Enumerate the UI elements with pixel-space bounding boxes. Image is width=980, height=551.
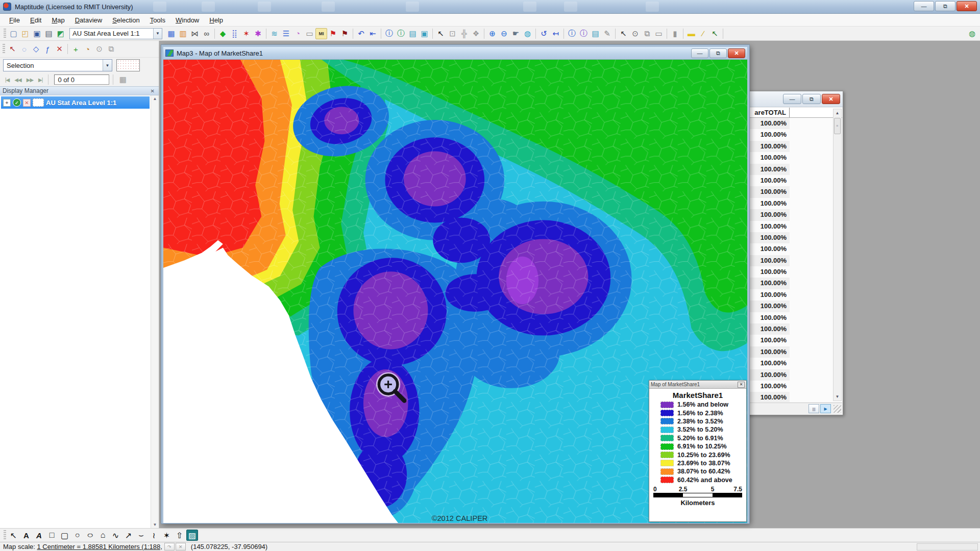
matrix-join-icon[interactable]: ⋈ xyxy=(189,28,201,39)
info-icon[interactable]: ⓘ xyxy=(383,28,395,39)
mapinfo-import-icon[interactable]: MI xyxy=(315,28,327,39)
zoom-to-selection-icon[interactable]: ⊙ xyxy=(93,43,105,55)
menu-selection[interactable]: Selection xyxy=(107,15,144,26)
clear-selection-icon[interactable]: ✕ xyxy=(54,43,65,55)
dataview-link-icon[interactable]: ▦ xyxy=(117,74,129,85)
prism-theme-icon[interactable]: ✶ xyxy=(240,28,252,39)
new-dataview-icon[interactable]: ▦ xyxy=(165,28,177,39)
close-icon[interactable]: ✕ xyxy=(149,88,156,94)
zoom-layer-icon[interactable]: ◍ xyxy=(522,28,533,39)
circle-tool-icon[interactable]: ○ xyxy=(71,530,83,541)
zoom-in-icon[interactable]: ⊕ xyxy=(486,28,498,39)
restore-button[interactable]: ⧉ xyxy=(802,94,821,104)
add-to-selection-icon[interactable]: + xyxy=(70,43,82,55)
polyline-tool-icon[interactable]: ∿ xyxy=(110,530,121,541)
callout-icon[interactable]: ▭ xyxy=(304,28,315,39)
north-arrow-tool-icon[interactable]: ⇧ xyxy=(174,530,185,541)
color-theme-icon[interactable]: ◆ xyxy=(217,28,229,39)
previous-records-button[interactable]: ◀◀ xyxy=(12,76,23,84)
dialog-box-icon[interactable]: ▣ xyxy=(419,28,430,39)
close-icon[interactable]: ✕ xyxy=(738,382,745,388)
dataview-titlebar[interactable]: —⧉✕ xyxy=(733,91,843,107)
open-folder-icon[interactable]: ◰ xyxy=(19,28,31,39)
layer-info-icon[interactable]: ▤ xyxy=(407,28,419,39)
legend-settings-icon[interactable]: ☰ xyxy=(280,28,292,39)
layer-selector[interactable]: AU Stat Area Level 1:1 ▼ xyxy=(69,28,162,39)
scroll-down-icon[interactable]: ▼ xyxy=(153,522,157,527)
restore-button[interactable]: ⧉ xyxy=(709,48,727,58)
previous-scale-icon[interactable]: ↤ xyxy=(550,28,561,39)
save-icon[interactable]: ▣ xyxy=(31,28,43,39)
last-record-button[interactable]: ▶| xyxy=(36,76,44,84)
legend-titlebar[interactable]: Map of MarketShare1 ✕ xyxy=(649,381,746,389)
visibility-check-icon[interactable]: ✓ xyxy=(13,98,21,107)
drag-label-icon[interactable]: ❖ xyxy=(470,28,482,39)
ruler-icon[interactable]: ▬ xyxy=(685,28,697,39)
scroll-down-icon[interactable]: ▼ xyxy=(834,393,841,400)
rounded-rectangle-tool-icon[interactable]: ▢ xyxy=(59,530,70,541)
multi-info-icon[interactable]: ⓘ xyxy=(578,28,590,39)
note-icon[interactable]: ✎ xyxy=(601,28,613,39)
menu-edit[interactable]: Edit xyxy=(25,15,46,26)
freehand-star-tool-icon[interactable]: ✶ xyxy=(161,530,173,541)
minimize-button[interactable]: — xyxy=(783,94,801,104)
pointer-icon[interactable]: ↖ xyxy=(435,28,447,39)
chevron-down-icon[interactable]: ▼ xyxy=(153,29,162,39)
curve-tool-icon[interactable]: ≀ xyxy=(148,530,160,541)
undo-icon[interactable]: ↶ xyxy=(355,28,367,39)
scroll-up-icon[interactable]: ▲ xyxy=(834,109,841,117)
info-tool-icon[interactable]: ⓘ xyxy=(566,28,578,39)
tree-scrollbar[interactable]: ▲ ▼ xyxy=(151,95,159,528)
world-map-icon[interactable]: ◍ xyxy=(966,28,978,39)
arc-tool-icon[interactable]: ⌣ xyxy=(135,530,147,541)
scroll-up-icon[interactable]: ▲ xyxy=(153,96,157,101)
select-by-shape-icon[interactable]: ◇ xyxy=(30,43,42,55)
copy-selection-icon[interactable]: ⧉ xyxy=(105,43,117,55)
layers-panel-icon[interactable]: ▤ xyxy=(590,28,601,39)
chevron-down-icon[interactable]: ▼ xyxy=(103,60,112,71)
callout-tool-icon[interactable]: ▭ xyxy=(653,28,665,39)
column-lock-button[interactable]: ||| xyxy=(808,404,819,413)
measure-distance-icon[interactable]: ∕ xyxy=(697,28,709,39)
selection-set-combo[interactable]: Selection ▼ xyxy=(3,59,112,71)
restore-button[interactable]: ⧉ xyxy=(935,1,955,11)
resize-grip[interactable] xyxy=(834,405,841,413)
pointer-select-icon[interactable]: ↖ xyxy=(618,28,629,39)
selection-style-swatch[interactable] xyxy=(116,59,140,71)
map-canvas[interactable]: ©2012 CALIPER Map of MarketShare1 ✕ Mark… xyxy=(163,60,747,523)
map-titlebar[interactable]: Map3 - Map of MarketShare1 —⧉✕ xyxy=(163,47,747,60)
selection-theme-icon[interactable]: ◔ xyxy=(82,43,93,55)
pointer-tool-icon[interactable]: ↖ xyxy=(8,530,19,541)
map-colors-icon[interactable]: ◩ xyxy=(55,28,66,39)
undo-view-icon[interactable]: ↺ xyxy=(538,28,550,39)
map-info-icon[interactable]: ⓘ xyxy=(395,28,407,39)
polygon-tool-icon[interactable]: ⌂ xyxy=(97,530,109,541)
locate-flag-icon[interactable]: ⚑ xyxy=(339,28,351,39)
chart-theme-icon[interactable]: ✱ xyxy=(252,28,264,39)
redo-scale-button[interactable]: ↷ xyxy=(164,543,175,550)
menu-help[interactable]: Help xyxy=(204,15,228,26)
play-records-button[interactable]: ▶ xyxy=(820,404,831,413)
new-document-icon[interactable]: ▢ xyxy=(8,28,19,39)
select-by-circle-icon[interactable]: ◌ xyxy=(18,43,30,55)
toolbox-icon[interactable]: ▮ xyxy=(669,28,681,39)
next-records-button[interactable]: ▶▶ xyxy=(24,76,35,84)
horizontal-scrollbar[interactable]: |||▶ xyxy=(734,403,842,414)
close-button[interactable]: ✕ xyxy=(957,1,977,11)
map-window[interactable]: Map3 - Map of MarketShare1 —⧉✕ xyxy=(161,45,749,523)
layer-style-swatch[interactable] xyxy=(33,98,44,107)
find-icon[interactable]: ∞ xyxy=(201,28,212,39)
rectangle-tool-icon[interactable]: □ xyxy=(46,530,58,541)
minimize-button[interactable]: — xyxy=(914,1,934,11)
palette-icon[interactable]: ◔ xyxy=(292,28,304,39)
zoom-box-icon[interactable]: ⊙ xyxy=(629,28,641,39)
bar-chart-icon[interactable]: ▥ xyxy=(177,28,189,39)
move-handle-icon[interactable]: ╬ xyxy=(458,28,470,39)
select-by-formula-icon[interactable]: ƒ xyxy=(42,43,54,55)
menu-dataview[interactable]: Dataview xyxy=(70,15,107,26)
autoscale-off-icon[interactable]: ✕ xyxy=(23,99,31,107)
select-rectangle-icon[interactable]: ⊡ xyxy=(447,28,458,39)
pan-window-icon[interactable]: ⧉ xyxy=(641,28,653,39)
minimize-button[interactable]: — xyxy=(691,48,708,58)
dot-density-theme-icon[interactable]: ⣿ xyxy=(229,28,240,39)
